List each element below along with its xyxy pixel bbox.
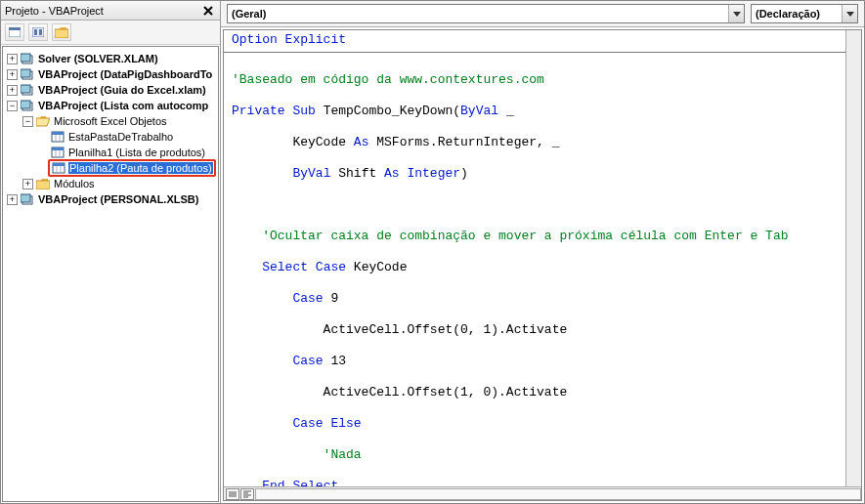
svg-rect-3 (34, 29, 37, 35)
procedure-view-button[interactable] (226, 488, 239, 500)
code-line: Option Explicit (232, 32, 346, 47)
expand-icon[interactable]: + (7, 69, 18, 80)
object-proc-bar: (Geral) (Declaração) (221, 1, 864, 27)
project-explorer: Projeto - VBAProject + Solver (SOLVER.XL… (1, 1, 221, 503)
expand-icon[interactable]: + (7, 194, 18, 205)
code-comment: 'Nada (232, 447, 362, 462)
code-comment: 'Baseado em código da www.contextures.co… (232, 72, 544, 87)
view-code-button[interactable] (5, 23, 24, 41)
tree-node-msexcel[interactable]: − Microsoft Excel Objetos (5, 113, 218, 129)
expand-icon[interactable]: + (22, 179, 33, 189)
full-module-view-button[interactable] (240, 488, 254, 500)
worksheet-icon (50, 146, 65, 159)
project-toolbar (1, 21, 220, 45)
workbook-icon (50, 130, 65, 144)
procedure-dropdown[interactable]: (Declaração) (751, 4, 858, 23)
svg-rect-23 (53, 163, 65, 166)
code-editor[interactable]: Option Explicit 'Baseado em código da ww… (224, 30, 845, 486)
tree-node-guia[interactable]: + VBAProject (Guia do Excel.xlam) (5, 82, 218, 98)
project-icon (20, 67, 35, 81)
tree-node-solver[interactable]: + Solver (SOLVER.XLAM) (5, 51, 218, 66)
tree-node-planilha2[interactable]: Planilha2 (Pauta de produtos) (5, 160, 218, 176)
tree-node-modulos[interactable]: + Módulos (5, 176, 218, 191)
toggle-folders-button[interactable] (52, 23, 71, 41)
expand-icon[interactable]: + (7, 54, 18, 64)
vertical-scrollbar[interactable] (845, 30, 861, 486)
code-comment: 'Ocultar caixa de combinação e mover a p… (232, 229, 789, 243)
svg-rect-28 (21, 194, 30, 202)
svg-rect-13 (21, 101, 30, 108)
collapse-icon[interactable]: − (22, 116, 33, 127)
svg-rect-9 (21, 69, 30, 77)
horizontal-scrollbar[interactable] (255, 488, 861, 500)
project-tree[interactable]: + Solver (SOLVER.XLAM) + VBAProject (Dat… (2, 46, 219, 502)
project-icon (20, 192, 35, 206)
object-dropdown-value: (Geral) (232, 8, 266, 20)
tree-node-lista[interactable]: − VBAProject (Lista com autocomp (5, 98, 218, 113)
tree-node-personal[interactable]: + VBAProject (PERSONAL.XLSB) (5, 191, 218, 207)
svg-rect-26 (36, 181, 50, 189)
close-icon[interactable] (200, 3, 216, 19)
code-bottom-bar (224, 486, 861, 500)
project-icon (20, 99, 35, 112)
svg-rect-1 (9, 27, 21, 30)
svg-rect-2 (32, 27, 44, 37)
tree-node-estapasta[interactable]: EstaPastaDeTrabalho (5, 129, 218, 145)
svg-rect-11 (21, 85, 30, 93)
tree-node-datapig[interactable]: + VBAProject (DataPigDashboardTo (5, 66, 218, 82)
project-icon (20, 52, 35, 65)
project-pane-header: Projeto - VBAProject (1, 1, 220, 21)
procedure-dropdown-value: (Declaração) (756, 8, 820, 20)
svg-rect-5 (55, 29, 68, 38)
project-pane-title: Projeto - VBAProject (5, 5, 200, 17)
object-dropdown[interactable]: (Geral) (227, 4, 745, 23)
worksheet-icon (51, 161, 66, 175)
project-icon (20, 83, 35, 97)
svg-rect-7 (21, 54, 30, 62)
svg-rect-19 (52, 147, 64, 150)
folder-icon (35, 177, 51, 190)
folder-open-icon (35, 114, 51, 128)
expand-icon[interactable]: + (7, 85, 18, 96)
chevron-down-icon[interactable] (842, 5, 857, 22)
chevron-down-icon[interactable] (728, 5, 744, 22)
svg-rect-15 (52, 132, 64, 135)
code-pane: (Geral) (Declaração) Option Explicit 'Ba… (221, 1, 864, 503)
collapse-icon[interactable]: − (7, 101, 18, 111)
svg-rect-4 (39, 29, 42, 35)
view-object-button[interactable] (28, 23, 48, 41)
tree-node-planilha1[interactable]: Planilha1 (Lista de produtos) (5, 145, 218, 160)
